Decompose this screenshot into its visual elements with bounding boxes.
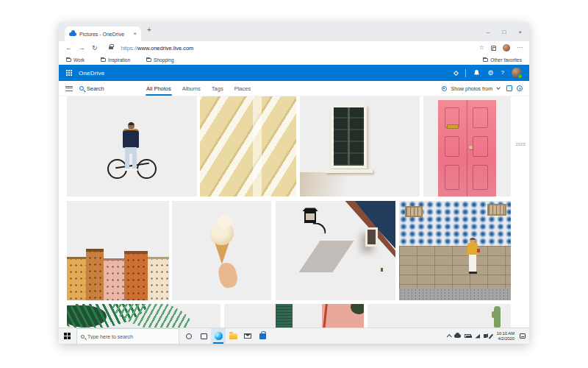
tray-expand-icon[interactable] <box>447 334 451 339</box>
photo-mint-water-cactus[interactable] <box>368 304 511 328</box>
volume-icon[interactable] <box>484 334 487 338</box>
bookmark-label: Shopping <box>154 57 173 63</box>
battery-icon[interactable] <box>465 334 471 338</box>
favorites-star-icon[interactable]: ☆ <box>479 45 484 51</box>
onedrive-header: OneDrive ⚙ ? <box>59 65 529 81</box>
store-icon <box>259 333 266 339</box>
search-icon <box>81 335 85 339</box>
art-shape <box>218 215 232 228</box>
network-icon[interactable] <box>475 334 480 339</box>
photo-colorful-town-houses[interactable] <box>67 201 169 300</box>
art-shape <box>331 105 367 169</box>
bookmarks-bar: Work Inspiration Shopping Other favorite… <box>59 54 529 65</box>
photo-boy-with-bicycle[interactable] <box>67 96 197 197</box>
view-controls: Show photos from <box>442 85 523 91</box>
search-input[interactable] <box>87 85 127 92</box>
divider <box>465 69 466 77</box>
onedrive-app-name[interactable]: OneDrive <box>79 70 104 77</box>
show-photos-from-label[interactable]: Show photos from <box>451 86 492 91</box>
onedrive-header-actions: ⚙ ? <box>454 68 522 78</box>
photo-yellow-wall-window[interactable] <box>300 96 420 197</box>
file-explorer-button[interactable] <box>226 328 240 344</box>
photo-pink-door[interactable] <box>423 96 511 197</box>
bookmark-work[interactable]: Work <box>66 57 85 63</box>
taskbar-app-icons <box>182 328 270 344</box>
forward-icon[interactable]: → <box>79 45 85 52</box>
tab-all-photos[interactable]: All Photos <box>146 81 172 96</box>
action-center-icon[interactable] <box>520 333 526 339</box>
account-avatar[interactable] <box>512 68 522 78</box>
photo-street-lantern[interactable] <box>276 201 395 300</box>
art-shape <box>109 304 194 328</box>
art-shape <box>492 311 495 318</box>
tab-albums[interactable]: Albums <box>182 81 201 96</box>
app-launcher-icon[interactable] <box>66 70 72 76</box>
art-shape <box>445 165 459 190</box>
url-host: www.onedrive.live.com <box>137 45 193 52</box>
cortana-button[interactable] <box>182 328 196 344</box>
taskbar-clock[interactable]: 10:10 AM 4/2/2020 <box>497 331 515 341</box>
onedrive-cloud-icon <box>69 32 76 36</box>
photo-ice-cream-cone[interactable] <box>172 201 271 300</box>
clock-time: 10:10 AM <box>497 331 515 336</box>
back-icon[interactable]: ← <box>65 45 72 52</box>
task-view-button[interactable] <box>196 328 211 344</box>
settings-gear-icon[interactable]: ⚙ <box>487 70 493 77</box>
address-url[interactable]: https://www.onedrive.live.com <box>121 45 194 52</box>
help-icon[interactable]: ? <box>501 70 504 76</box>
url-scheme: https:// <box>121 45 138 52</box>
taskbar-search[interactable] <box>76 328 179 344</box>
bookmark-shopping[interactable]: Shopping <box>146 57 173 63</box>
task-view-icon <box>201 333 207 339</box>
start-button[interactable] <box>64 333 71 339</box>
art-shape <box>477 249 480 252</box>
tab-close-icon[interactable]: × <box>133 31 137 37</box>
bookmark-label: Inspiration <box>108 57 130 63</box>
tab-label: All Photos <box>146 85 171 92</box>
maximize-button[interactable]: □ <box>502 29 506 35</box>
close-button[interactable]: × <box>518 29 522 35</box>
art-shape <box>473 165 487 190</box>
folder-icon <box>66 58 71 62</box>
new-tab-button[interactable]: + <box>147 26 151 34</box>
art-shape <box>274 304 294 328</box>
art-shape <box>304 211 316 223</box>
taskbar: 10:10 AM 4/2/2020 <box>59 328 529 344</box>
photo-yellow-balconies[interactable] <box>200 96 296 197</box>
store-button[interactable] <box>255 328 270 344</box>
mail-button[interactable] <box>240 328 255 344</box>
system-tray: 10:10 AM 4/2/2020 <box>448 331 529 341</box>
tab-places[interactable]: Places <box>234 81 252 96</box>
notifications-bell-icon[interactable] <box>473 69 480 77</box>
desktop-screen: Pictures - OneDrive × + – □ × ← → ↻ http… <box>59 22 529 344</box>
premium-diamond-icon[interactable] <box>453 70 459 75</box>
art-shape <box>494 306 501 328</box>
browser-tab-pictures-onedrive[interactable]: Pictures - OneDrive × <box>65 26 141 41</box>
photo-palm-leaves[interactable] <box>67 304 220 328</box>
browser-menu-icon[interactable]: ⋯ <box>517 45 523 51</box>
art-shape <box>86 249 104 300</box>
menu-icon[interactable] <box>65 86 73 91</box>
folder-icon <box>146 58 151 62</box>
onedrive-tray-icon[interactable] <box>454 334 461 338</box>
art-shape <box>473 136 487 158</box>
photo-azulejo-wall-woman[interactable] <box>399 201 511 300</box>
minimize-button[interactable]: – <box>487 29 490 35</box>
thumbnail-size-icon[interactable] <box>506 85 512 91</box>
bookmark-inspiration[interactable]: Inspiration <box>101 57 130 63</box>
info-icon[interactable] <box>517 85 523 91</box>
photo-street-green-shutters[interactable] <box>224 304 364 328</box>
bookmark-other-favorites[interactable]: Other favorites <box>483 57 522 63</box>
browser-tab-strip: Pictures - OneDrive × + – □ × <box>59 22 529 41</box>
refresh-icon[interactable]: ↻ <box>92 45 98 52</box>
collections-icon[interactable] <box>491 46 496 51</box>
timeline-year-label: 2020 <box>516 142 526 146</box>
art-shape <box>313 223 326 234</box>
search-icon <box>79 86 84 91</box>
chevron-down-icon[interactable] <box>496 85 501 90</box>
taskbar-search-input[interactable] <box>87 334 161 339</box>
edge-taskbar-button[interactable] <box>211 328 226 344</box>
pen-icon[interactable] <box>489 333 493 339</box>
tab-tags[interactable]: Tags <box>211 81 224 96</box>
browser-profile-avatar[interactable] <box>503 44 510 52</box>
